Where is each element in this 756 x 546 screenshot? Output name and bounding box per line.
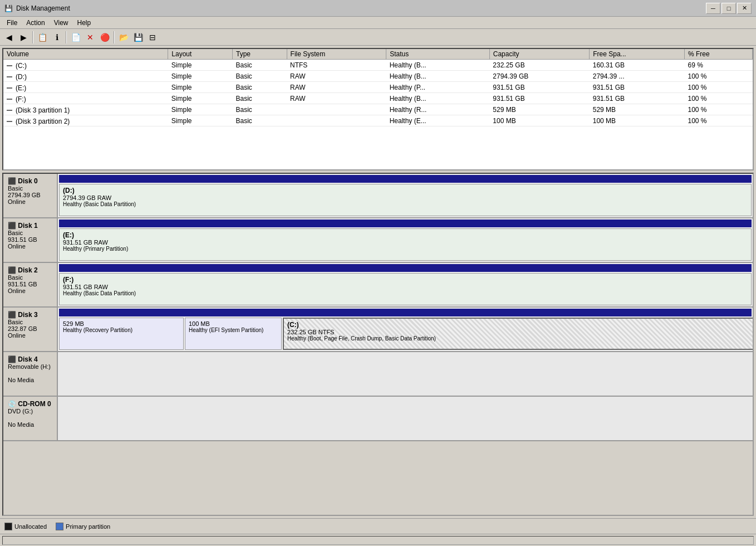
disk-status: Online [8, 332, 52, 339]
status-pane [2, 536, 754, 545]
help-button[interactable]: ℹ [50, 31, 63, 44]
table-row[interactable]: (D:)SimpleBasicRAWHealthy (B...2794.39 G… [3, 71, 753, 82]
table-cell: NTFS [287, 60, 386, 71]
partition-3-0[interactable]: 529 MB Healthy (Recovery Partition) [59, 318, 184, 350]
col-pctfree[interactable]: % Free [685, 49, 753, 60]
table-cell: Healthy (B... [386, 93, 490, 104]
disk-size: 931.51 GB [8, 236, 52, 243]
table-cell: Basic [233, 115, 287, 126]
disk-size: 931.51 GB [8, 281, 52, 287]
delete-button[interactable]: ✕ [84, 31, 97, 44]
table-cell: 931.51 GB [489, 82, 589, 93]
table-cell: Basic [233, 93, 287, 104]
disk-content-2: (F:) 931.51 GB RAW Healthy (Basic Data P… [58, 263, 753, 306]
disk-label-2: ⬛ Disk 2 Basic 931.51 GB Online [3, 263, 58, 306]
table-cell: Healthy (B... [386, 60, 490, 71]
col-volume[interactable]: Volume [3, 49, 168, 60]
disk-name: ⬛ Disk 1 [8, 222, 52, 230]
disk-header-bar [59, 264, 752, 272]
table-cell: Healthy (E... [386, 115, 490, 126]
table-cell: (F:) [3, 93, 168, 104]
save-button[interactable]: 💾 [131, 31, 145, 44]
properties-button[interactable]: 📋 [36, 31, 49, 44]
view-button[interactable]: ⊟ [146, 31, 159, 44]
disk-type: Basic [8, 185, 52, 192]
table-cell: Healthy (R... [386, 104, 490, 115]
partition-detail2: Healthy (Recovery Partition) [63, 327, 180, 333]
open-button[interactable]: 📂 [117, 31, 130, 44]
new-button[interactable]: 📄 [69, 31, 82, 44]
col-filesystem[interactable]: File System [287, 49, 386, 60]
menu-item-action[interactable]: Action [22, 18, 49, 28]
minimize-button[interactable]: ─ [706, 3, 720, 14]
menu-item-file[interactable]: File [2, 18, 22, 28]
menu-item-help[interactable]: Help [73, 18, 96, 28]
partition-1-0[interactable]: (E:) 931.51 GB RAW Healthy (Primary Part… [59, 228, 752, 261]
disk-status: Online [8, 198, 52, 205]
partition-detail2: Healthy (Primary Partition) [63, 246, 748, 252]
refresh-button[interactable]: 🔴 [98, 31, 111, 44]
table-cell: RAW [287, 82, 386, 93]
disk-content-4 [58, 352, 753, 396]
col-type[interactable]: Type [233, 49, 287, 60]
col-status[interactable]: Status [386, 49, 490, 60]
table-cell: Basic [233, 104, 287, 115]
toolbar-sep-1 [32, 31, 33, 43]
disk-partitions-3: 529 MB Healthy (Recovery Partition) 100 … [59, 318, 752, 350]
disk-type: Basic [8, 319, 52, 325]
table-cell: 160.31 GB [590, 60, 685, 71]
legend-primary-box [56, 523, 63, 530]
menu-item-view[interactable]: View [50, 18, 73, 28]
disk-row-1: ⬛ Disk 1 Basic 931.51 GB Online (E:) 931… [3, 218, 753, 263]
disk-no-media: No Media [8, 377, 52, 383]
disk-name: ⬛ Disk 3 [8, 311, 52, 319]
disk-label-1: ⬛ Disk 1 Basic 931.51 GB Online [3, 218, 58, 262]
table-row[interactable]: (F:)SimpleBasicRAWHealthy (B...931.51 GB… [3, 93, 753, 104]
table-cell: Healthy (P... [386, 82, 490, 93]
table-cell: Healthy (B... [386, 71, 490, 82]
table-cell: 931.51 GB [489, 93, 589, 104]
disk-label-0: ⬛ Disk 0 Basic 2794.39 GB Online [3, 174, 58, 217]
window-controls: ─ □ ✕ [706, 3, 752, 14]
disk-name: ⬛ Disk 2 [8, 266, 52, 274]
partition-detail2: Healthy (Boot, Page File, Crash Dump, Ba… [287, 335, 749, 342]
legend-unallocated: Unallocated [4, 523, 47, 530]
table-row[interactable]: (E:)SimpleBasicRAWHealthy (P...931.51 GB… [3, 82, 753, 93]
partition-detail2: Healthy (Basic Data Partition) [63, 201, 748, 207]
table-row[interactable]: (Disk 3 partition 1)SimpleBasicHealthy (… [3, 104, 753, 115]
partition-2-0[interactable]: (F:) 931.51 GB RAW Healthy (Basic Data P… [59, 273, 752, 305]
cdrom-content-0 [58, 397, 753, 440]
table-cell: 100 MB [590, 115, 685, 126]
table-cell: 100 % [685, 115, 753, 126]
disk-header-bar [59, 220, 752, 227]
table-header: Volume Layout Type File System Status Ca… [3, 49, 753, 60]
partition-3-1[interactable]: 100 MB Healthy (EFI System Partition) [185, 318, 282, 350]
col-layout[interactable]: Layout [168, 49, 233, 60]
table-cell: 232.25 GB [489, 60, 589, 71]
partition-3-2[interactable]: (C:) 232.25 GB NTFS Healthy (Boot, Page … [283, 318, 754, 350]
table-cell: RAW [287, 93, 386, 104]
back-button[interactable]: ◀ [2, 31, 16, 44]
table-cell: (C:) [3, 60, 168, 71]
forward-button[interactable]: ▶ [17, 31, 30, 44]
disk-header-bar [59, 175, 752, 183]
col-freespace[interactable]: Free Spa... [590, 49, 685, 60]
table-cell: (Disk 3 partition 2) [3, 115, 168, 126]
disk-type: Basic [8, 274, 52, 281]
disk-size: 2794.39 GB [8, 192, 52, 198]
partition-detail1: 529 MB [63, 320, 180, 327]
disk-name: ⬛ Disk 4 [8, 355, 52, 363]
partition-detail1: 931.51 GB RAW [63, 284, 748, 290]
table-cell: 2794.39 ... [590, 71, 685, 82]
close-button[interactable]: ✕ [737, 3, 752, 14]
maximize-button[interactable]: □ [721, 3, 736, 14]
col-capacity[interactable]: Capacity [489, 49, 589, 60]
partition-0-0[interactable]: (D:) 2794.39 GB RAW Healthy (Basic Data … [59, 184, 752, 216]
cdrom-type: DVD (G:) [8, 408, 52, 415]
volume-table-section: Volume Layout Type File System Status Ca… [2, 48, 754, 170]
table-row[interactable]: (C:)SimpleBasicNTFSHealthy (B...232.25 G… [3, 60, 753, 71]
table-row[interactable]: (Disk 3 partition 2)SimpleBasicHealthy (… [3, 115, 753, 126]
table-cell: 529 MB [590, 104, 685, 115]
table-cell: 100 % [685, 82, 753, 93]
legend-primary-label: Primary partition [66, 523, 110, 530]
